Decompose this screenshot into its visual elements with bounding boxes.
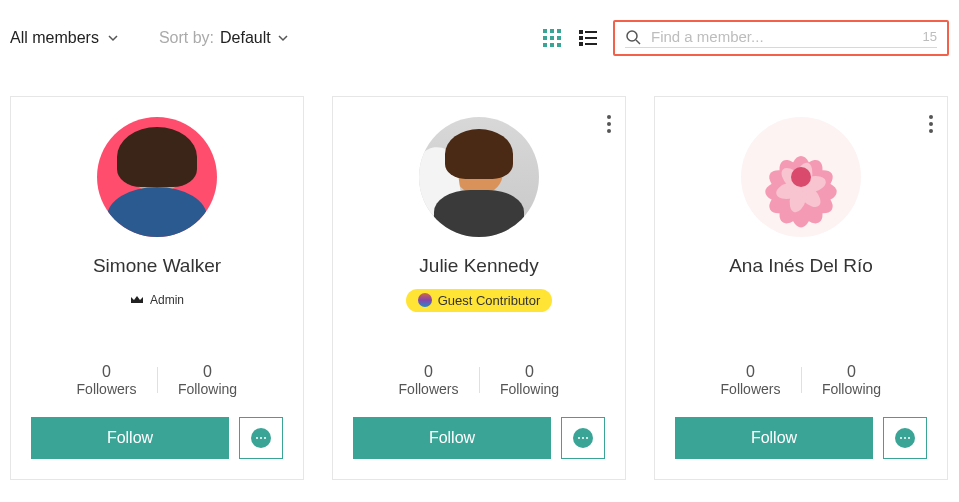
svg-rect-8 [557, 43, 561, 47]
member-card: Simone Walker Admin 0 Followers 0 Follow… [10, 96, 304, 480]
list-icon [579, 29, 597, 47]
chat-button[interactable] [239, 417, 283, 459]
followers-label: Followers [77, 381, 137, 397]
followers-stat[interactable]: 0 Followers [701, 363, 801, 397]
role-label: Guest Contributor [438, 293, 541, 308]
filter-dropdown[interactable]: All members [10, 29, 119, 47]
following-label: Following [822, 381, 881, 397]
chevron-down-icon [277, 32, 289, 44]
sort-label: Sort by: [159, 29, 214, 47]
svg-rect-2 [557, 29, 561, 33]
svg-rect-4 [550, 36, 554, 40]
guest-badge: Guest Contributor [406, 289, 553, 312]
follow-button[interactable]: Follow [353, 417, 551, 459]
svg-rect-11 [579, 36, 583, 40]
svg-rect-12 [585, 37, 597, 39]
chevron-down-icon [107, 32, 119, 44]
svg-rect-6 [543, 43, 547, 47]
following-label: Following [178, 381, 237, 397]
svg-rect-14 [585, 43, 597, 45]
following-label: Following [500, 381, 559, 397]
sort-dropdown[interactable]: Default [220, 29, 289, 47]
sort-value: Default [220, 29, 271, 47]
badge-emoji-icon [418, 293, 432, 307]
following-count: 0 [480, 363, 580, 381]
svg-rect-7 [550, 43, 554, 47]
card-menu-button[interactable] [929, 115, 933, 133]
svg-point-15 [627, 31, 637, 41]
member-name[interactable]: Simone Walker [93, 255, 221, 277]
svg-rect-5 [557, 36, 561, 40]
grid-view-button[interactable] [541, 27, 563, 49]
chat-icon [251, 428, 271, 448]
avatar[interactable] [741, 117, 861, 237]
follow-button[interactable]: Follow [31, 417, 229, 459]
chat-icon [895, 428, 915, 448]
avatar[interactable] [97, 117, 217, 237]
avatar[interactable] [419, 117, 539, 237]
search-container: 15 [613, 20, 949, 56]
svg-rect-3 [543, 36, 547, 40]
member-name[interactable]: Ana Inés Del Río [729, 255, 873, 277]
grid-icon [543, 29, 561, 47]
list-view-button[interactable] [577, 27, 599, 49]
search-icon [625, 29, 641, 45]
search-input[interactable] [651, 28, 913, 45]
following-stat[interactable]: 0 Following [158, 363, 258, 397]
role-label: Admin [150, 293, 184, 307]
chat-icon [573, 428, 593, 448]
svg-rect-0 [543, 29, 547, 33]
chat-button[interactable] [561, 417, 605, 459]
following-count: 0 [158, 363, 258, 381]
follow-button[interactable]: Follow [675, 417, 873, 459]
member-card: Julie Kennedy Guest Contributor 0 Follow… [332, 96, 626, 480]
chat-button[interactable] [883, 417, 927, 459]
member-name[interactable]: Julie Kennedy [419, 255, 538, 277]
followers-count: 0 [701, 363, 801, 381]
followers-count: 0 [379, 363, 479, 381]
following-count: 0 [802, 363, 902, 381]
followers-label: Followers [721, 381, 781, 397]
followers-stat[interactable]: 0 Followers [379, 363, 479, 397]
svg-rect-1 [550, 29, 554, 33]
svg-line-16 [636, 40, 640, 44]
svg-rect-13 [579, 42, 583, 46]
filter-label: All members [10, 29, 99, 47]
crown-icon [130, 295, 144, 305]
member-card: Ana Inés Del Río 0 Followers 0 Following… [654, 96, 948, 480]
svg-rect-10 [585, 31, 597, 33]
admin-badge: Admin [130, 293, 184, 307]
followers-count: 0 [57, 363, 157, 381]
followers-stat[interactable]: 0 Followers [57, 363, 157, 397]
search-result-count: 15 [923, 29, 937, 44]
followers-label: Followers [399, 381, 459, 397]
svg-rect-9 [579, 30, 583, 34]
card-menu-button[interactable] [607, 115, 611, 133]
following-stat[interactable]: 0 Following [480, 363, 580, 397]
following-stat[interactable]: 0 Following [802, 363, 902, 397]
